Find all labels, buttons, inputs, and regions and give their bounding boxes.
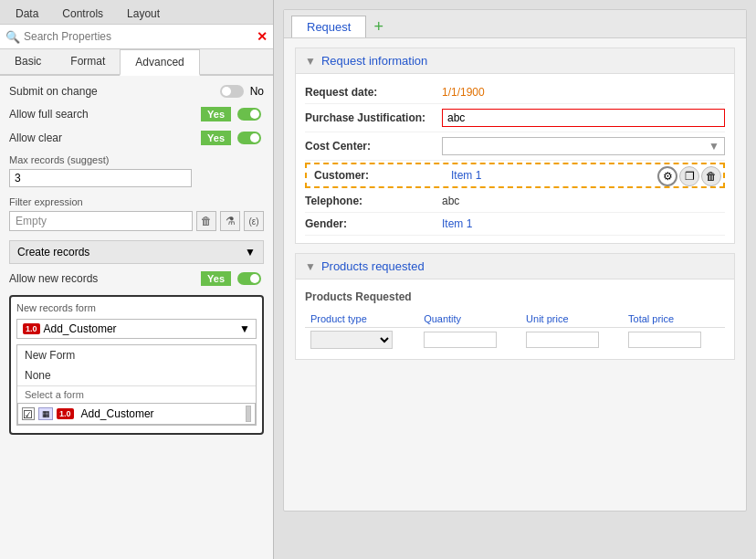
field-label-gender: Gender:	[305, 217, 442, 230]
filter-input[interactable]	[9, 211, 193, 231]
add-tab-btn[interactable]: +	[370, 17, 387, 37]
allow-clear-value: Yes	[201, 131, 231, 145]
form-window: Request + ▼ Request information Request …	[283, 9, 747, 512]
allow-clear-label: Allow clear	[9, 132, 195, 144]
drag-handle[interactable]	[246, 406, 251, 422]
props-content: Submit on change No Allow full search Ye…	[0, 76, 273, 559]
field-value-customer[interactable]: Item 1	[451, 169, 481, 182]
create-records-bar[interactable]: Create records ▼	[9, 240, 264, 264]
delete-btn[interactable]: 🗑	[701, 166, 721, 186]
unit-price-input[interactable]	[526, 332, 599, 348]
secondary-tab-bar: Basic Format Advanced	[0, 49, 273, 76]
section-products: ▼ Products requested Products Requested …	[295, 253, 735, 360]
products-table: Product type Quantity Unit price Total p…	[305, 311, 725, 352]
form-item-badge: 1.0	[57, 408, 74, 419]
section-products-collapse-icon[interactable]: ▼	[305, 260, 316, 273]
field-label-cost-center: Cost Center:	[305, 140, 442, 153]
field-value-request-date: 1/1/1900	[442, 86, 725, 99]
col-product-type: Product type	[305, 311, 418, 328]
filter-funnel-btn[interactable]: ⚗	[220, 211, 240, 231]
copy-btn[interactable]: ❐	[679, 166, 699, 186]
cell-quantity	[418, 328, 520, 353]
close-icon[interactable]: ✕	[257, 29, 268, 44]
field-gender: Gender: Item 1	[305, 213, 725, 236]
form-item-name: Add_Customer	[78, 407, 242, 420]
form-item-grid-icon: ▦	[38, 407, 53, 420]
section-products-header: ▼ Products requested	[296, 254, 734, 280]
tab-basic[interactable]: Basic	[0, 49, 56, 74]
tab-advanced[interactable]: Advanced	[120, 49, 199, 76]
allow-full-search-value: Yes	[201, 107, 231, 121]
products-requested-heading: Products Requested	[305, 287, 725, 307]
form-dropdown-row: 1.0 Add_Customer ▼	[16, 319, 257, 339]
field-telephone: Telephone: abc	[305, 190, 725, 213]
create-records-arrow: ▼	[245, 246, 256, 258]
form-item-checkbox[interactable]: ☑	[22, 407, 35, 420]
section-title-products: Products requested	[321, 259, 425, 273]
tab-controls[interactable]: Controls	[50, 3, 115, 24]
submit-toggle: No	[217, 85, 264, 98]
tab-data[interactable]: Data	[4, 3, 50, 24]
field-label-customer: Customer:	[314, 169, 451, 182]
submit-on-change-row: Submit on change No	[9, 85, 264, 98]
field-label-request-date: Request date:	[305, 86, 442, 99]
submit-toggle-slider[interactable]	[220, 85, 244, 98]
request-info-fields: Request date: 1/1/1900 Purchase Justific…	[296, 74, 734, 243]
top-tab-bar: Data Controls Layout	[0, 0, 273, 25]
filter-expr-btn[interactable]: (ε)	[244, 211, 264, 231]
field-value-gender[interactable]: Item 1	[442, 217, 472, 230]
max-records-row	[9, 169, 264, 187]
allow-new-records-value: Yes	[201, 271, 231, 286]
product-type-select[interactable]	[310, 331, 393, 349]
allow-full-search-label: Allow full search	[9, 108, 195, 121]
create-records-label: Create records	[17, 246, 89, 258]
form-dropdown[interactable]: 1.0 Add_Customer ▼	[16, 319, 257, 339]
menu-item-new-form[interactable]: New Form	[17, 345, 256, 365]
col-quantity: Quantity	[418, 311, 520, 328]
form-item-row[interactable]: ☑ ▦ 1.0 Add_Customer	[17, 403, 256, 425]
menu-item-none[interactable]: None	[17, 365, 256, 385]
filter-expression-label: Filter expression	[9, 196, 264, 207]
section-request-info: ▼ Request information Request date: 1/1/…	[295, 47, 735, 244]
section-collapse-icon[interactable]: ▼	[305, 55, 316, 68]
search-bar: 🔍 ✕	[0, 25, 273, 49]
allow-full-search-slider[interactable]	[237, 108, 261, 121]
overlay-buttons: ⚙ ❐ 🗑	[657, 166, 721, 186]
allow-full-search-toggle: Yes	[201, 107, 264, 121]
cell-total-price	[623, 328, 725, 353]
filter-trash-btn[interactable]: 🗑	[196, 211, 216, 231]
tab-format[interactable]: Format	[56, 49, 120, 74]
form-tab-request[interactable]: Request	[291, 16, 366, 37]
section-request-info-header: ▼ Request information	[296, 48, 734, 74]
field-value-telephone: abc	[442, 195, 725, 207]
field-select-cost-center-arrow: ▼	[709, 140, 719, 153]
col-total-price: Total price	[623, 311, 725, 328]
field-select-cost-center[interactable]: ▼	[442, 137, 725, 155]
allow-full-search-row: Allow full search Yes	[9, 107, 264, 121]
allow-clear-row: Allow clear Yes	[9, 131, 264, 145]
section-title-request-info: Request information	[321, 54, 427, 68]
cell-product-type	[305, 328, 418, 353]
total-price-input[interactable]	[628, 332, 701, 348]
max-records-input[interactable]	[9, 169, 192, 187]
allow-new-records-slider[interactable]	[237, 272, 261, 285]
tab-layout[interactable]: Layout	[115, 3, 172, 24]
cell-unit-price	[520, 328, 623, 353]
gear-btn[interactable]: ⚙	[657, 166, 677, 186]
field-label-purchase-justification: Purchase Justification:	[305, 111, 442, 124]
allow-clear-toggle: Yes	[201, 131, 264, 145]
select-form-label: Select a form	[17, 385, 256, 403]
submit-on-change-label: Submit on change	[9, 85, 212, 98]
field-label-telephone: Telephone:	[305, 195, 442, 207]
quantity-input[interactable]	[424, 332, 497, 348]
new-records-form-box: New records form 1.0 Add_Customer ▼ New …	[9, 295, 264, 435]
form-tab-bar: Request +	[284, 10, 746, 38]
dropdown-menu: New Form None Select a form ☑ ▦ 1.0 Add_…	[16, 344, 257, 426]
allow-clear-slider[interactable]	[237, 132, 261, 144]
field-input-purchase-justification[interactable]	[442, 109, 725, 127]
form-dropdown-badge: 1.0	[23, 323, 40, 334]
field-customer: Customer: Item 1 ⚙ ❐ 🗑	[305, 163, 725, 188]
filter-row: 🗑 ⚗ (ε)	[9, 211, 264, 231]
form-dropdown-name: Add_Customer	[44, 322, 117, 335]
search-input[interactable]	[24, 30, 253, 43]
